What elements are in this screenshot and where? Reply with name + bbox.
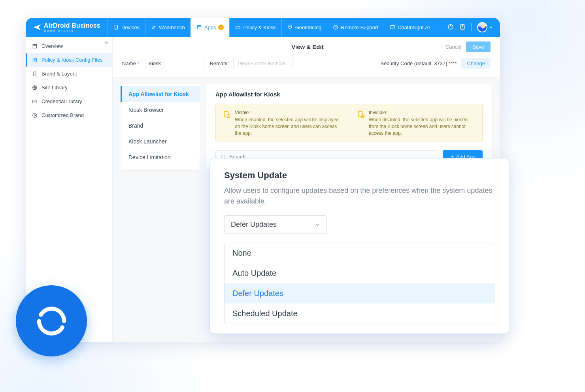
- alert-badge: !: [218, 24, 224, 30]
- option-defer-updates[interactable]: Defer Updates: [225, 283, 495, 303]
- subnav-brand[interactable]: Brand: [121, 118, 200, 134]
- subnav-allowlist[interactable]: App Allowlist for Kiosk: [121, 86, 200, 102]
- sidebar-item-policy[interactable]: Policy & Kiosk Config Files: [26, 53, 112, 67]
- svg-rect-6: [33, 44, 36, 48]
- chevron-down-icon: [489, 25, 493, 29]
- tools-icon: [151, 24, 157, 30]
- custom-icon: [32, 113, 38, 118]
- svg-rect-0: [115, 25, 118, 30]
- invisible-text: When disabled, the selected app will be …: [369, 117, 475, 136]
- sync-icon: [33, 302, 70, 340]
- save-button[interactable]: Save: [466, 41, 491, 52]
- popover-title: System Update: [224, 170, 495, 181]
- nav-chatinsight[interactable]: ChatInsight.AI: [384, 18, 436, 37]
- device-icon: [32, 71, 38, 77]
- change-code-button[interactable]: Change: [461, 58, 491, 69]
- sidebar-item-customized[interactable]: Customized Brand: [26, 108, 112, 122]
- devices-icon: [113, 24, 119, 30]
- svg-point-1: [290, 26, 291, 27]
- visibility-info-box: Visible: When enabled, the selected app …: [215, 104, 483, 142]
- credential-icon: [32, 99, 38, 104]
- invisible-icon: [357, 111, 365, 136]
- logo-icon: [33, 23, 42, 32]
- collapse-sidebar-icon[interactable]: [104, 40, 109, 47]
- subnav-launcher[interactable]: Kiosk Launcher: [121, 134, 200, 149]
- option-none[interactable]: None: [225, 243, 495, 263]
- nav-devices[interactable]: Devices: [108, 18, 145, 37]
- svg-rect-8: [34, 72, 36, 76]
- logo-title: AirDroid Business: [44, 23, 100, 29]
- svg-point-12: [34, 115, 36, 116]
- app-header: AirDroid Business Sand Studio Devices Wo…: [26, 18, 500, 37]
- security-code-label: Security Code (default: 3737) ****: [381, 60, 457, 66]
- visible-text: When enabled, the selected app will be d…: [235, 117, 341, 136]
- overview-icon: [32, 43, 38, 49]
- sidebar-item-credential[interactable]: Credential Library: [26, 94, 112, 108]
- svg-point-14: [227, 115, 230, 118]
- support-icon: [333, 24, 338, 30]
- update-select[interactable]: Defer Updates: [224, 215, 327, 234]
- svg-point-2: [334, 25, 338, 30]
- invisible-title: Invisible:: [369, 110, 475, 115]
- folder-icon: [235, 24, 241, 30]
- nav-workbench[interactable]: Workbench: [145, 18, 191, 37]
- update-options-dropdown: None Auto Update Defer Updates Scheduled…: [224, 243, 495, 324]
- titlebar: View & Edit Cancel Save: [113, 37, 500, 52]
- svg-rect-7: [33, 58, 36, 62]
- subnav-browser[interactable]: Kiosk Browser: [121, 102, 200, 118]
- chat-icon: [390, 24, 395, 30]
- allowlist-panel: App Allowlist for Kiosk Visible: When en…: [206, 84, 492, 170]
- apps-icon: [196, 24, 202, 30]
- name-input[interactable]: [145, 58, 204, 69]
- panel-title: App Allowlist for Kiosk: [215, 91, 483, 98]
- svg-point-11: [33, 113, 37, 117]
- nav-policy[interactable]: Policy & Kiosk: [229, 18, 281, 37]
- sidebar-item-site-library[interactable]: Site Library: [26, 81, 112, 94]
- notification-icon[interactable]: [459, 24, 466, 31]
- avatar: [477, 22, 487, 32]
- option-auto-update[interactable]: Auto Update: [225, 263, 495, 283]
- subnav-limitation[interactable]: Device Limitation: [121, 149, 200, 165]
- kiosk-subnav: App Allowlist for Kiosk Kiosk Browser Br…: [121, 84, 200, 170]
- sidebar-item-overview[interactable]: Overview: [26, 39, 112, 53]
- logo: AirDroid Business Sand Studio: [33, 23, 100, 32]
- config-icon: [32, 57, 38, 63]
- config-form: Name * Remark Security Code (default: 37…: [113, 52, 500, 77]
- header-right: [447, 22, 493, 32]
- page-title: View & Edit: [170, 43, 445, 50]
- logo-subtitle: Sand Studio: [44, 29, 100, 32]
- sidebar-item-brand-layout[interactable]: Brand & Layout: [26, 67, 112, 81]
- nav-remote-support[interactable]: Remote Support: [327, 18, 384, 37]
- update-select-value: Defer Updates: [231, 220, 277, 229]
- visible-icon: [223, 111, 231, 136]
- location-icon: [287, 24, 293, 30]
- svg-rect-10: [33, 100, 37, 103]
- chevron-down-icon: [315, 222, 320, 228]
- globe-icon: [32, 85, 38, 90]
- top-nav: Devices Workbench Apps ! Policy & Kiosk …: [108, 18, 436, 37]
- sync-badge: [16, 285, 87, 356]
- svg-point-3: [335, 26, 337, 28]
- cancel-button[interactable]: Cancel: [445, 44, 461, 50]
- visible-title: Visible:: [235, 110, 341, 115]
- user-menu[interactable]: [477, 22, 493, 32]
- nav-apps[interactable]: Apps !: [191, 18, 230, 37]
- remark-input[interactable]: [233, 58, 292, 69]
- option-scheduled-update[interactable]: Scheduled Update: [225, 303, 495, 324]
- name-label: Name *: [122, 60, 139, 66]
- system-update-popover: System Update Allow users to configure u…: [209, 158, 510, 334]
- popover-description: Allow users to configure updates based o…: [224, 185, 495, 207]
- remark-label: Remark: [209, 60, 228, 66]
- nav-geofencing[interactable]: Geofencing: [281, 18, 327, 37]
- help-icon[interactable]: [447, 24, 454, 31]
